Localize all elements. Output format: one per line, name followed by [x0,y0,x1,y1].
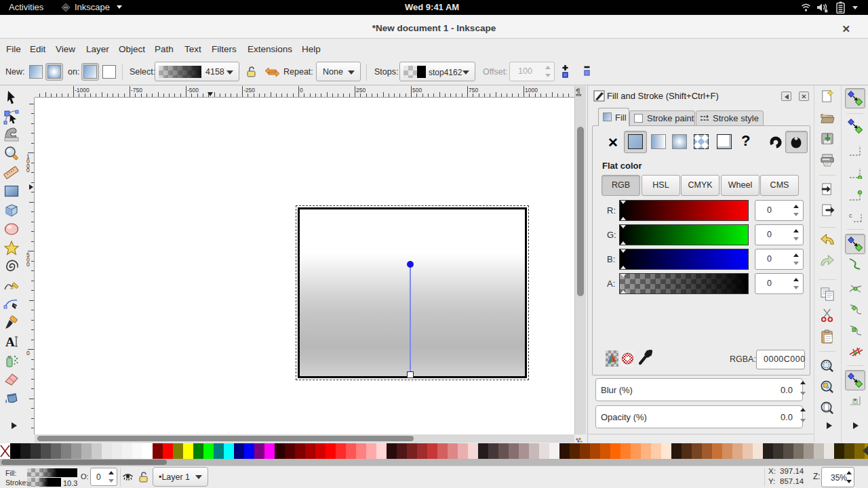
svg-text:A: A [5,335,15,349]
svg-text:1: 1 [576,87,581,98]
svg-text:c: c [849,212,852,219]
